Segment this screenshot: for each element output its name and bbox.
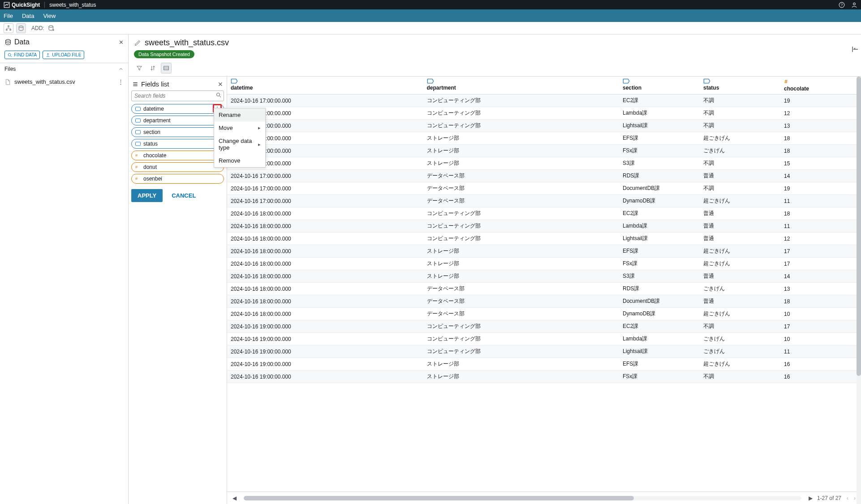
next-page-button[interactable]: › xyxy=(854,495,856,501)
search-icon xyxy=(8,53,12,57)
menu-file[interactable]: File xyxy=(4,13,13,19)
col-header-department[interactable]: department xyxy=(423,77,620,95)
user-icon[interactable] xyxy=(851,2,857,8)
field-chip-status[interactable]: status xyxy=(131,139,224,149)
table-row[interactable]: 2024-10-16 19:00:00.000コンピューティング部EC2課不調1… xyxy=(227,320,861,333)
string-type-icon xyxy=(231,78,420,84)
cell-chocolate: 18 xyxy=(780,295,861,308)
col-header-section[interactable]: section xyxy=(619,77,700,95)
files-section-header[interactable]: Files xyxy=(0,63,128,75)
table-row[interactable]: 2024-10-16 18:00:00.000コンピューティング部Lambda課… xyxy=(227,220,861,233)
col-header-status[interactable]: status xyxy=(700,77,780,95)
cell-chocolate: 15 xyxy=(780,157,861,170)
table-row[interactable]: 2024-10-16 18:00:00.000データベース部DynamoDB課超… xyxy=(227,308,861,320)
svg-rect-27 xyxy=(136,107,141,111)
topbar-divider xyxy=(44,2,45,8)
table-row[interactable]: 2024-10-16 18:00:00.000データベース部RDS課ごきげん13 xyxy=(227,283,861,295)
find-data-button[interactable]: FIND DATA xyxy=(4,51,40,59)
table-row[interactable]: 2024-10-16 17:00:00.000ストレージ部EFS課超ごきげん18 xyxy=(227,132,861,145)
table-row[interactable]: 2024-10-16 17:00:00.000データベース部DocumentDB… xyxy=(227,182,861,195)
field-chip-section[interactable]: section xyxy=(131,127,224,137)
edit-icon[interactable] xyxy=(134,39,141,47)
table-row[interactable]: 2024-10-16 17:00:00.000データベース部RDS課普通14 xyxy=(227,170,861,182)
table-row[interactable]: 2024-10-16 17:00:00.000コンピューティング部EC2課不調1… xyxy=(227,95,861,107)
table-row[interactable]: 2024-10-16 18:00:00.000ストレージ部EFS課超ごきげん17 xyxy=(227,245,861,258)
document-name: sweets_with_status xyxy=(49,2,96,8)
menu-view[interactable]: View xyxy=(43,13,56,19)
vertical-scrollbar-thumb[interactable] xyxy=(857,77,861,376)
table-row[interactable]: 2024-10-16 17:00:00.000データベース部DynamoDB課超… xyxy=(227,195,861,207)
upload-file-button[interactable]: UPLOAD FILE xyxy=(43,51,84,59)
help-icon[interactable]: ? xyxy=(839,2,845,8)
table-row[interactable]: 2024-10-16 17:00:00.000コンピューティング部Lambda課… xyxy=(227,107,861,120)
close-fields-button[interactable]: ✕ xyxy=(218,81,223,88)
table-row[interactable]: 2024-10-16 17:00:00.000ストレージ部FSx課ごきげん18 xyxy=(227,145,861,157)
table-row[interactable]: 2024-10-16 17:00:00.000ストレージ部S3課不調15 xyxy=(227,157,861,170)
field-chip-donut[interactable]: #donut xyxy=(131,162,224,172)
number-type-icon: # xyxy=(784,78,857,85)
field-chip-osenbei[interactable]: #osenbei xyxy=(131,174,224,184)
scroll-left-button[interactable]: ◀ xyxy=(232,495,237,501)
apply-button[interactable]: APPLY xyxy=(131,189,163,202)
scroll-right-button[interactable]: ▶ xyxy=(809,495,813,501)
prev-page-button[interactable]: ‹ xyxy=(847,495,848,501)
table-row[interactable]: 2024-10-16 19:00:00.000ストレージ部FSx課不調16 xyxy=(227,370,861,383)
table-row[interactable]: 2024-10-16 18:00:00.000ストレージ部S3課普通14 xyxy=(227,270,861,283)
string-type-icon xyxy=(623,78,696,84)
data-panel: Data ✕ FIND DATA UPLOAD FILE Files sweet… xyxy=(0,34,129,504)
cell-department: データベース部 xyxy=(423,182,620,195)
cell-chocolate: 13 xyxy=(780,283,861,295)
cell-section: DynamoDB課 xyxy=(619,308,700,320)
sort-button[interactable] xyxy=(147,63,158,73)
collapse-handle-icon[interactable] xyxy=(851,45,859,53)
svg-rect-4 xyxy=(8,26,9,26)
table-row[interactable]: 2024-10-16 18:00:00.000コンピューティング部Lightsa… xyxy=(227,233,861,245)
col-header-chocolate[interactable]: #chocolate xyxy=(780,77,861,95)
svg-text:?: ? xyxy=(841,3,843,7)
table-row[interactable]: 2024-10-16 18:00:00.000データベース部DocumentDB… xyxy=(227,295,861,308)
cell-status: 不調 xyxy=(700,182,780,195)
table-row[interactable]: 2024-10-16 17:00:00.000コンピューティング部Lightsa… xyxy=(227,120,861,132)
table-row[interactable]: 2024-10-16 18:00:00.000コンピューティング部EC2課普通1… xyxy=(227,207,861,220)
file-menu-button[interactable]: ⋮ xyxy=(118,78,124,85)
col-header-label: chocolate xyxy=(784,86,809,92)
ctx-change-type[interactable]: Change data type▸ xyxy=(214,134,265,154)
add-dataset-button[interactable] xyxy=(47,24,56,33)
table-row[interactable]: 2024-10-16 19:00:00.000コンピューティング部Lambda課… xyxy=(227,333,861,345)
menu-data[interactable]: Data xyxy=(22,13,34,19)
cell-chocolate: 17 xyxy=(780,320,861,333)
cell-chocolate: 11 xyxy=(780,220,861,233)
database-view-button[interactable] xyxy=(16,23,26,33)
cell-department: データベース部 xyxy=(423,195,620,207)
hierarchy-view-button[interactable] xyxy=(4,23,13,33)
ctx-move[interactable]: Move▸ xyxy=(214,121,265,134)
ctx-remove[interactable]: Remove xyxy=(214,154,265,167)
search-input[interactable] xyxy=(131,90,224,101)
table-footer: ◀ ▶ 1-27 of 27 ‹ › xyxy=(227,491,861,504)
field-chip-chocolate[interactable]: #chocolate xyxy=(131,151,224,160)
cell-section: DocumentDB課 xyxy=(619,295,700,308)
filter-button[interactable] xyxy=(134,63,145,73)
field-chip-datetime[interactable]: datetime⋮ xyxy=(131,104,224,114)
horizontal-scrollbar-thumb[interactable] xyxy=(244,496,634,500)
cell-section: EFS課 xyxy=(619,245,700,258)
ctx-rename[interactable]: Rename xyxy=(214,108,265,121)
data-table-container: datetimedepartmentsectionstatus#chocolat… xyxy=(227,77,861,504)
table-row[interactable]: 2024-10-16 19:00:00.000コンピューティング部Lightsa… xyxy=(227,345,861,358)
cell-datetime: 2024-10-16 19:00:00.000 xyxy=(227,358,423,370)
cell-section: EC2課 xyxy=(619,320,700,333)
cell-status: 不調 xyxy=(700,320,780,333)
cell-status: 不調 xyxy=(700,120,780,132)
table-row[interactable]: 2024-10-16 19:00:00.000ストレージ部EFS課超ごきげん16 xyxy=(227,358,861,370)
cell-chocolate: 18 xyxy=(780,145,861,157)
cancel-button[interactable]: CANCEL xyxy=(169,192,198,199)
brand-label: QuickSight xyxy=(12,2,40,8)
field-chip-department[interactable]: department xyxy=(131,116,224,125)
col-header-datetime[interactable]: datetime xyxy=(227,77,423,95)
table-row[interactable]: 2024-10-16 18:00:00.000ストレージ部FSx課超ごきげん17 xyxy=(227,258,861,270)
file-row[interactable]: sweets_with_status.csv ⋮ xyxy=(0,75,128,89)
close-data-panel-button[interactable]: ✕ xyxy=(119,39,124,46)
vertical-scrollbar-track[interactable] xyxy=(857,77,861,504)
file-name-label: sweets_with_status.csv xyxy=(14,78,75,85)
table-button[interactable] xyxy=(161,63,172,73)
